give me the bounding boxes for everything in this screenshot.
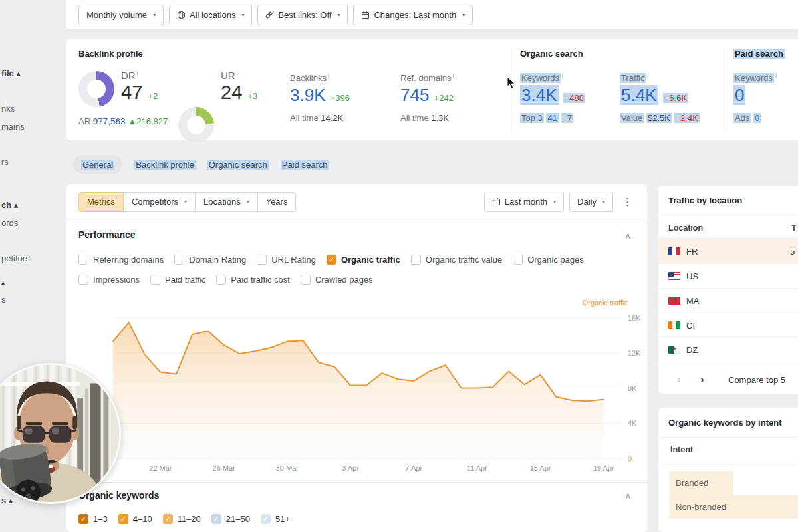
chevron-down-icon: ▾: [602, 199, 605, 205]
metric-checkbox-organic-pages[interactable]: Organic pages: [513, 255, 584, 265]
location-table: FR 5 US MA CI DZ: [658, 239, 798, 362]
location-row-ma[interactable]: MA: [658, 289, 798, 313]
position-filter-1-3[interactable]: ✓1–3: [78, 514, 108, 524]
organic-search-title: Organic search: [520, 49, 583, 59]
link-icon: [265, 11, 274, 19]
traffic-column-header: T: [791, 223, 797, 233]
date-range-dropdown[interactable]: Last month ▾: [484, 192, 564, 212]
metric-checkbox-paid-traffic[interactable]: Paid traffic: [150, 275, 205, 285]
flag-dz-icon: [668, 346, 680, 354]
view-tab-competitors[interactable]: Competitors▾: [123, 192, 196, 212]
all-locations-dropdown[interactable]: All locations ▾: [169, 5, 252, 25]
position-filter-11-20[interactable]: ✓11–20: [163, 514, 201, 524]
checkbox-icon: ✓: [327, 255, 336, 265]
changes-dropdown[interactable]: Changes: Last month ▾: [353, 5, 473, 25]
keyword-position-filters: ✓1–3 ✓4–10 ✓11–20 ✓21–50 ✓51+: [78, 514, 290, 524]
divider: [66, 219, 647, 219]
chevron-down-icon: ▾: [462, 12, 465, 18]
checkbox-icon: [78, 275, 88, 285]
view-tab-metrics[interactable]: Metrics: [78, 192, 124, 212]
collapse-chevron-icon[interactable]: ∧: [624, 491, 631, 501]
ref-domains-value[interactable]: 745: [400, 85, 429, 105]
metric-checkbox-organic-traffic-value[interactable]: Organic traffic value: [411, 255, 502, 265]
sidebar-section-caret-icon[interactable]: ▴: [1, 279, 5, 286]
location-row-ci[interactable]: CI: [658, 313, 798, 338]
prev-page-icon[interactable]: ‹: [677, 372, 681, 387]
collapse-chevron-icon[interactable]: ∧: [624, 231, 631, 241]
sidebar-item-keywords[interactable]: ords: [1, 218, 18, 228]
sidebar-item-backlinks[interactable]: nks: [1, 104, 15, 114]
metric-checkbox-url-rating[interactable]: URL Rating: [257, 255, 316, 265]
tab-backlink-profile[interactable]: Backlink profile: [134, 158, 195, 170]
chevron-down-icon: ▾: [247, 199, 249, 205]
position-filter-21-50[interactable]: ✓21–50: [211, 514, 250, 524]
metric-checkbox-domain-rating[interactable]: Domain Rating: [174, 255, 246, 265]
chevron-down-icon: ▾: [337, 12, 340, 18]
organic-traffic-value[interactable]: 5.4K: [620, 85, 658, 105]
granularity-dropdown[interactable]: Daily ▾: [569, 192, 613, 212]
metric-checkbox-paid-traffic-cost[interactable]: Paid traffic cost: [216, 275, 290, 285]
metric-checkbox-row-1: Referring domains Domain Rating URL Rati…: [78, 255, 584, 265]
dr-metric: DRi 47 +2: [121, 70, 158, 102]
chevron-down-icon: ▾: [553, 199, 556, 205]
chevron-down-icon: ▾: [153, 12, 156, 18]
position-filter-51plus[interactable]: ✓51+: [261, 514, 290, 524]
main-toolbar: Metrics Competitors▾ Locations▾ Years La…: [78, 192, 636, 212]
keywords-by-intent-panel: Organic keywords by intent Intent Brande…: [658, 408, 798, 532]
tab-general[interactable]: General: [73, 155, 122, 174]
mouse-cursor: [507, 76, 516, 92]
sidebar-item-pages[interactable]: s: [1, 295, 6, 305]
backlink-profile-title: Backlink profile: [78, 49, 143, 59]
location-row-dz[interactable]: DZ: [658, 338, 798, 362]
svg-text:12K: 12K: [628, 349, 641, 357]
up-triangle-icon: ▲: [128, 116, 136, 126]
svg-text:Organic traffic: Organic traffic: [583, 299, 628, 307]
organic-keywords-value[interactable]: 3.4K: [520, 85, 559, 105]
metric-checkbox-referring-domains[interactable]: Referring domains: [78, 255, 164, 265]
paid-search-title: Paid search: [733, 49, 785, 59]
sidebar-item-referring-domains[interactable]: mains: [1, 122, 25, 132]
checkbox-icon: ✓: [211, 514, 221, 524]
svg-text:15 Apr: 15 Apr: [530, 464, 551, 472]
next-page-icon[interactable]: ›: [700, 372, 704, 387]
svg-text:19 Apr: 19 Apr: [593, 464, 614, 472]
best-links-dropdown[interactable]: Best links: Off ▾: [257, 5, 348, 25]
paid-keywords-value[interactable]: 0: [733, 85, 745, 105]
main-panel: Metrics Competitors▾ Locations▾ Years La…: [66, 184, 647, 532]
view-tab-locations[interactable]: Locations▾: [195, 192, 258, 212]
sidebar-item-organic-search[interactable]: ch ▴: [1, 200, 18, 210]
location-row-fr[interactable]: FR 5: [658, 239, 798, 264]
metric-checkbox-crawled-pages[interactable]: Crawled pages: [301, 275, 373, 285]
sidebar-item-paid-search[interactable]: s ▴: [1, 495, 13, 505]
location-row-us[interactable]: US: [658, 264, 798, 289]
svg-text:30 Mar: 30 Mar: [276, 464, 299, 472]
view-tab-years[interactable]: Years: [257, 192, 297, 212]
organic-traffic-stat: Traffici 5.4K −6.6K Value $2.5K −2.4K: [620, 72, 700, 123]
intent-table: Branded Non-branded: [669, 471, 798, 519]
kebab-menu-icon[interactable]: ⋮: [618, 196, 636, 208]
backlinks-stat: Backlinksi 3.9K +396 All time 14.2K: [290, 72, 350, 123]
info-icon: i: [775, 72, 777, 79]
divider: [658, 215, 798, 215]
dr-donut-chart: [78, 71, 114, 107]
section-divider: [724, 49, 724, 132]
top-toolbar: Monthly volume ▾ All locations ▾ Best li…: [66, 0, 798, 30]
tab-organic-search[interactable]: Organic search: [207, 158, 269, 170]
flag-ci-icon: [668, 321, 680, 329]
backlinks-value[interactable]: 3.9K: [290, 85, 326, 105]
compare-top-5-link[interactable]: Compare top 5: [728, 375, 785, 385]
intent-row-branded[interactable]: Branded: [669, 471, 733, 495]
position-filter-4-10[interactable]: ✓4–10: [118, 514, 152, 524]
divider: [66, 482, 647, 483]
metric-checkbox-organic-traffic[interactable]: ✓Organic traffic: [327, 255, 400, 265]
sidebar-item-anchors[interactable]: rs: [1, 157, 9, 167]
metric-checkbox-impressions[interactable]: Impressions: [78, 275, 140, 285]
monthly-volume-dropdown[interactable]: Monthly volume ▾: [78, 5, 164, 25]
sidebar-item-competitors[interactable]: petitors: [1, 253, 30, 263]
ar-value[interactable]: 977,563: [93, 116, 126, 126]
ahrefs-dashboard: { "icons": { "caret_down": "▾", "up_tria…: [0, 0, 798, 532]
tab-paid-search[interactable]: Paid search: [281, 158, 329, 170]
sidebar-item-backlink-profile[interactable]: file ▴: [1, 68, 21, 78]
intent-row-non-branded[interactable]: Non-branded: [669, 495, 798, 519]
checkbox-icon: [150, 275, 160, 285]
